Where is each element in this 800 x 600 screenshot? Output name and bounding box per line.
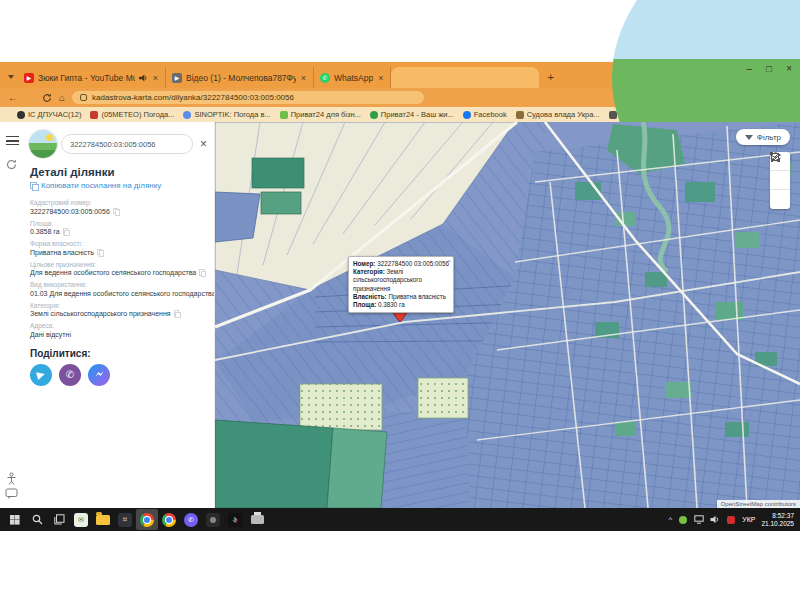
bookmark-item[interactable]: (05METEO) Погода...	[90, 110, 174, 119]
bookmark-item[interactable]: Судова влада Укра...	[516, 110, 600, 119]
bookmark-item[interactable]: SINOPTIK: Погода в...	[183, 110, 270, 119]
map-attribution[interactable]: OpenStreetMap contributors	[717, 500, 800, 508]
tab-whatsapp[interactable]: ✆ WhatsApp ×	[314, 67, 391, 88]
cadastral-search-input[interactable]	[61, 134, 193, 154]
copy-value-icon[interactable]	[63, 228, 69, 235]
bookmark-item[interactable]: Приват24 - Ваш жи...	[370, 110, 454, 119]
field-cadastral-number: Кадастровий номер: 3222784500:03:005:005…	[30, 194, 214, 215]
taskbar-clock[interactable]: 8:52:37 21.10.2025	[761, 512, 794, 528]
bookmark-favicon	[609, 111, 617, 119]
funnel-icon	[745, 135, 753, 140]
tab-close-icon[interactable]: ×	[152, 73, 159, 83]
field-usage-type: Вид використання: 01.03 Для ведення особ…	[30, 276, 214, 297]
tray-app-icon-green[interactable]	[678, 515, 688, 525]
panel-title: Деталі ділянки	[30, 166, 214, 178]
popup-close-icon[interactable]: ×	[447, 258, 451, 264]
viber-share-icon[interactable]: ✆	[59, 364, 81, 386]
address-bar[interactable]: kadastrova-karta.com/dilyanka/3222784500…	[72, 91, 424, 104]
mail-app-icon: ✉	[74, 513, 88, 527]
media-app-button[interactable]: ♪	[224, 509, 246, 530]
start-button[interactable]	[4, 509, 26, 530]
video-favicon: ▶	[172, 73, 182, 83]
forward-button[interactable]: →	[25, 93, 35, 103]
area-select-tool-button[interactable]	[770, 171, 790, 190]
copy-value-icon[interactable]	[199, 269, 205, 276]
field-address: Адреса: Дані відсутні	[30, 317, 214, 338]
whatsapp-favicon: ✆	[320, 73, 330, 83]
tab-close-icon[interactable]: ×	[377, 73, 384, 83]
bookmark-item[interactable]: Приват24 для бізн...	[280, 110, 361, 119]
camera-icon	[206, 513, 220, 527]
pinned-app-mail-button[interactable]: ✉	[70, 509, 92, 530]
tab-cadastral-map[interactable]: Публічна кадастрова карта У... ×	[391, 67, 539, 88]
panel-close-icon[interactable]: ×	[197, 137, 210, 151]
bookmark-item[interactable]: Facebook	[463, 110, 507, 119]
copy-value-icon[interactable]	[97, 249, 103, 256]
viber-button[interactable]: ✆	[180, 509, 202, 530]
bookmark-favicon	[90, 111, 98, 119]
filter-button[interactable]: Фільтр	[736, 129, 790, 145]
screen: ▶ Зюки Гипта - YouTube Mu... × ▶ Відео (…	[0, 0, 800, 600]
viber-icon: ✆	[184, 513, 198, 527]
file-explorer-button[interactable]	[92, 509, 114, 530]
clock-date: 21.10.2025	[761, 520, 794, 527]
telegram-share-icon[interactable]	[30, 364, 52, 386]
windows-taskbar: ✉ ⌗ ✆ ♪ ^ УКР 8:52:37 21.10.2025	[0, 508, 800, 531]
field-ownership-form: Форма власності: Приватна власність	[30, 235, 214, 256]
accessibility-icon[interactable]	[5, 472, 18, 485]
windows-logo-icon	[10, 515, 20, 525]
pinned-app-dark-button[interactable]: ⌗	[114, 509, 136, 530]
tab-close-icon[interactable]: ×	[300, 73, 307, 83]
music-note-icon: ♪	[228, 513, 242, 527]
messenger-share-icon[interactable]	[88, 364, 110, 386]
clock-time: 8:52:37	[772, 512, 794, 519]
site-logo[interactable]	[29, 130, 57, 158]
camera-app-button[interactable]	[202, 509, 224, 530]
back-button[interactable]: ←	[8, 93, 18, 103]
cadastral-map-canvas[interactable]: × Номер: 3222784500 03:005:0056 Категорі…	[215, 122, 800, 508]
site-edge-toolbar	[0, 122, 25, 508]
layers-tool-button[interactable]	[770, 190, 790, 209]
copy-icon	[30, 182, 37, 190]
copy-value-icon[interactable]	[174, 310, 180, 317]
printer-app-button[interactable]	[246, 509, 268, 530]
taskbar-search-button[interactable]	[26, 509, 48, 530]
chrome-active-button[interactable]	[136, 509, 158, 530]
parcel-info-popup: × Номер: 3222784500 03:005:0056 Категорі…	[348, 256, 454, 313]
menu-hamburger-icon[interactable]	[6, 136, 19, 145]
chrome-icon	[162, 513, 176, 527]
chrome-button[interactable]	[158, 509, 180, 530]
minimize-button[interactable]: –	[747, 64, 753, 74]
tab-title: Зюки Гипта - YouTube Mu...	[38, 73, 135, 83]
youtube-favicon: ▶	[24, 73, 34, 83]
map-tools	[770, 152, 790, 209]
tab-youtube-music[interactable]: ▶ Зюки Гипта - YouTube Mu... ×	[18, 67, 166, 88]
close-window-button[interactable]: ×	[786, 64, 792, 74]
bookmark-item[interactable]: ІС ДПУЧАС(12)	[17, 110, 81, 119]
tab-video[interactable]: ▶ Відео (1) - Молчепова787Фу... ×	[166, 67, 314, 88]
site-info-icon[interactable]	[80, 94, 87, 101]
system-tray: ^ УКР 8:52:37 21.10.2025	[668, 512, 796, 528]
tab-audio-icon[interactable]	[139, 74, 148, 82]
copy-parcel-link[interactable]: Копіювати посилання на ділянку	[30, 181, 214, 190]
chat-feedback-icon[interactable]	[5, 488, 18, 500]
field-area: Площа: 0.3858 га	[30, 215, 214, 236]
tab-search-chevron-icon[interactable]	[6, 72, 16, 82]
language-indicator[interactable]: УКР	[742, 516, 755, 523]
task-view-button[interactable]	[48, 509, 70, 530]
volume-icon[interactable]	[710, 515, 720, 525]
maximize-button[interactable]: □	[766, 64, 772, 74]
network-icon[interactable]	[694, 515, 704, 525]
copy-value-icon[interactable]	[113, 208, 119, 215]
home-button[interactable]: ⌂	[59, 93, 65, 103]
tray-chevron-icon[interactable]: ^	[668, 515, 672, 524]
refresh-icon[interactable]	[5, 158, 18, 171]
tray-app-icon-red[interactable]	[726, 515, 736, 525]
field-designated-purpose: Цільове призначення: Для ведення особист…	[30, 256, 214, 277]
reload-button[interactable]	[42, 93, 52, 103]
bookmark-favicon	[463, 111, 471, 119]
bookmark-favicon	[280, 111, 288, 119]
bookmark-favicon	[183, 111, 191, 119]
new-tab-button[interactable]: +	[547, 71, 553, 83]
chrome-icon	[140, 513, 154, 527]
